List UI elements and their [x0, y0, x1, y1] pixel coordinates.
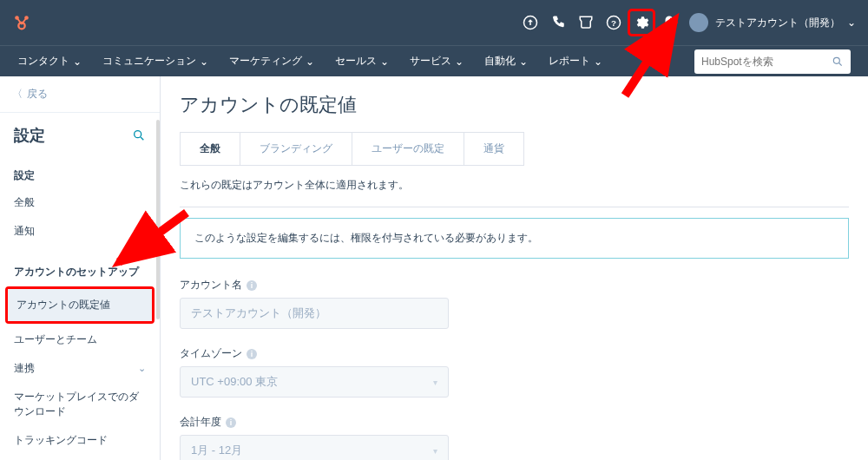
divider	[180, 207, 849, 207]
chevron-down-icon: ▾	[433, 378, 437, 387]
global-search[interactable]	[694, 49, 851, 74]
timezone-select: UTC +09:00 東京▾	[180, 366, 449, 398]
nav-marketing[interactable]: マーケティング⌄	[229, 54, 314, 69]
settings-sidebar: 〈 戻る 設定 設定 全般 通知 アカウントのセットアップ アカウントの既定値 …	[0, 76, 161, 460]
account-name-label: アカウント名	[180, 278, 242, 292]
tabs: 全般 ブランディング ユーザーの既定 通貨	[180, 132, 524, 166]
account-label: テストアカウント（開発）	[715, 16, 840, 30]
chevron-down-icon: ⌄	[138, 363, 146, 374]
settings-gear-icon[interactable]	[634, 15, 649, 30]
chevron-down-icon: ⌄	[380, 56, 389, 68]
nav-reports[interactable]: レポート⌄	[549, 54, 602, 69]
chevron-left-icon: 〈	[12, 87, 23, 102]
annotation-sidebar-highlight: アカウントの既定値	[5, 286, 155, 324]
scrollbar[interactable]	[156, 120, 160, 319]
svg-text:?: ?	[611, 18, 616, 28]
notifications-bell-icon[interactable]	[661, 15, 677, 30]
upgrade-icon[interactable]	[523, 15, 538, 30]
svg-point-10	[135, 131, 141, 138]
chevron-down-icon: ▾	[433, 446, 437, 456]
tab-general[interactable]: 全般	[181, 133, 240, 165]
account-menu[interactable]: テストアカウント（開発） ⌄	[689, 13, 856, 32]
chevron-down-icon: ⌄	[200, 56, 208, 68]
info-icon[interactable]: i	[247, 349, 257, 359]
search-icon[interactable]	[132, 128, 146, 142]
hubspot-logo[interactable]	[12, 13, 31, 32]
fiscal-year-select: 1月 - 12月▾	[180, 435, 449, 460]
account-name-input: テストアカウント（開発）	[180, 298, 449, 329]
nav-communications[interactable]: コミュニケーション⌄	[102, 54, 208, 69]
sidebar-group-account-setup: アカウントのセットアップ	[0, 256, 160, 285]
sidebar-item-privacy-consent[interactable]: プライバシーと同意	[0, 455, 160, 460]
sidebar-item-account-defaults[interactable]: アカウントの既定値	[8, 289, 152, 321]
svg-line-11	[141, 137, 143, 140]
sidebar-item-notifications[interactable]: 通知	[0, 217, 160, 246]
content-area: アカウントの既定値 全般 ブランディング ユーザーの既定 通貨 これらの既定はア…	[161, 76, 868, 460]
nav-sales[interactable]: セールス⌄	[335, 54, 389, 69]
nav-contacts[interactable]: コンタクト⌄	[17, 54, 82, 69]
chevron-down-icon: ⌄	[594, 56, 602, 68]
sidebar-item-integrations[interactable]: 連携⌄	[0, 354, 160, 383]
chevron-down-icon: ⌄	[73, 56, 82, 68]
search-icon	[832, 56, 844, 68]
sidebar-item-general[interactable]: 全般	[0, 188, 160, 217]
sidebar-item-marketplace-downloads[interactable]: マーケットプレイスでのダウンロード	[0, 383, 160, 426]
sidebar-title: 設定	[14, 125, 45, 146]
tab-currency[interactable]: 通貨	[464, 133, 523, 165]
svg-line-9	[839, 62, 842, 65]
avatar	[689, 13, 708, 32]
marketplace-icon[interactable]	[578, 15, 594, 30]
sidebar-item-users-teams[interactable]: ユーザーとチーム	[0, 325, 160, 354]
search-input[interactable]	[701, 56, 832, 68]
nav-automation[interactable]: 自動化⌄	[484, 54, 528, 69]
secondary-nav: コンタクト⌄ コミュニケーション⌄ マーケティング⌄ セールス⌄ サービス⌄ 自…	[0, 45, 868, 76]
chevron-down-icon: ⌄	[306, 56, 314, 68]
page-title: アカウントの既定値	[180, 92, 849, 118]
tab-description: これらの既定はアカウント全体に適用されます。	[180, 178, 849, 193]
info-icon[interactable]: i	[226, 417, 236, 428]
chevron-down-icon: ⌄	[455, 56, 464, 68]
permission-notice: このような設定を編集するには、権限を付与されている必要があります。	[180, 218, 849, 259]
sidebar-item-tracking-code[interactable]: トラッキングコード	[0, 426, 160, 455]
tab-branding[interactable]: ブランディング	[240, 133, 352, 165]
help-icon[interactable]: ?	[606, 15, 621, 30]
top-nav: ? テストアカウント（開発） ⌄	[0, 0, 868, 45]
fiscal-year-label: 会計年度	[180, 415, 221, 430]
chevron-down-icon: ⌄	[519, 56, 528, 68]
phone-icon[interactable]	[550, 15, 566, 30]
tab-user-defaults[interactable]: ユーザーの既定	[352, 133, 464, 165]
sidebar-group-settings: 設定	[0, 160, 160, 188]
timezone-label: タイムゾーン	[180, 346, 242, 361]
chevron-down-icon: ⌄	[847, 16, 856, 29]
svg-point-8	[833, 57, 839, 63]
nav-service[interactable]: サービス⌄	[410, 54, 464, 69]
info-icon[interactable]: i	[247, 280, 257, 291]
back-button[interactable]: 〈 戻る	[0, 76, 160, 113]
